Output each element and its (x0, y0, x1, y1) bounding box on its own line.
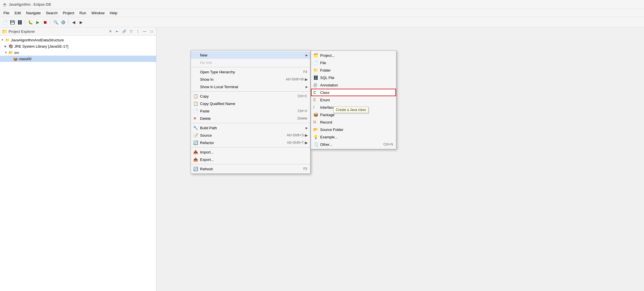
sm-label-interface: Interface (320, 105, 335, 110)
tree-item-src[interactable]: ▼ 📂 src (0, 49, 156, 56)
cm-label-paste: Paste (200, 109, 209, 113)
annotation-new-icon: @ (313, 83, 317, 87)
cm-item-delete[interactable]: ✕ Delete Delete (191, 115, 310, 122)
sidebar-collapse-btn[interactable]: ⇤ (114, 29, 120, 34)
tb-run[interactable]: ▶ (34, 19, 41, 26)
cm-shortcut-refresh: F5 (298, 167, 307, 171)
import-icon: 📥 (193, 150, 198, 154)
cm-item-copyqn[interactable]: 📋 Copy Qualified Name (191, 100, 310, 107)
menu-run[interactable]: Run (77, 10, 88, 16)
cm-item-export[interactable]: 📤 Export... (191, 156, 310, 163)
tb-save-all[interactable]: 🗄️ (16, 19, 23, 26)
src-icon: 📂 (9, 50, 13, 55)
sm-label-example: Example... (320, 135, 338, 139)
sidebar-menu-btn[interactable]: ⋮ (135, 29, 141, 34)
sm-item-file[interactable]: 📄 File (311, 59, 396, 66)
sm-item-folder[interactable]: 📁 Folder (311, 66, 396, 74)
sm-item-record[interactable]: R Record (311, 118, 396, 126)
tree-item-class00[interactable]: 📦 class00 (0, 56, 156, 62)
sm-label-project: Project... (320, 53, 335, 58)
tb-debug[interactable]: 🐛 (27, 19, 34, 26)
sidebar-close-btn[interactable]: ✕ (108, 29, 113, 34)
sm-item-annotation[interactable]: @ Annotation (311, 81, 396, 89)
tb-search[interactable]: 🔍 (52, 19, 59, 26)
cm-sep-5 (191, 164, 310, 164)
file-new-icon: 📄 (313, 60, 318, 65)
tb-forward[interactable]: ▶ (77, 19, 85, 26)
sm-label-sourcefolder: Source Folder (320, 128, 344, 132)
tree-toggle-jre: ▶ (5, 45, 9, 48)
cm-item-refactor[interactable]: 🔄 Refactor Alt+Shift+T ▶ (191, 139, 310, 146)
cm-item-paste[interactable]: 📄 Paste Ctrl+V (191, 107, 310, 115)
tree-item-jre[interactable]: ▶ 📚 JRE System Library [JavaSE-17] (0, 43, 156, 49)
cm-item-showin[interactable]: Show In Alt+Shift+W ▶ (191, 76, 310, 83)
export-icon: 📤 (193, 157, 198, 162)
menu-help[interactable]: Help (107, 10, 120, 16)
cm-sep-3 (191, 123, 310, 123)
sidebar-header: 📁 Project Explorer ✕ ⇤ 🔗 ▽ ⋮ — □ (0, 27, 156, 36)
tree-toggle-project: ▼ (1, 39, 5, 41)
cm-item-refresh[interactable]: 🔃 Refresh F5 (191, 165, 310, 173)
menu-file[interactable]: File (1, 10, 12, 16)
sm-label-annotation: Annotation (320, 83, 338, 87)
tb-save[interactable]: 💾 (9, 19, 16, 26)
sidebar-filter-btn[interactable]: ▽ (128, 29, 134, 34)
sm-item-class[interactable]: C Class (311, 89, 396, 96)
tree-toggle-src: ▼ (5, 51, 9, 54)
sidebar-minimize-btn[interactable]: — (142, 29, 148, 34)
sidebar-maximize-btn[interactable]: □ (149, 29, 154, 34)
tree-label-project: JavaAlgorithmAndDataStructure (11, 38, 64, 42)
cm-shortcut-paste: Ctrl+V (292, 109, 307, 113)
class-new-icon: C (313, 90, 316, 95)
cm-item-import[interactable]: 📥 Import... (191, 148, 310, 156)
sm-item-other[interactable]: 🗒️ Other... Ctrl+N (311, 141, 396, 148)
sm-item-enum[interactable]: E Enum (311, 96, 396, 104)
context-menu: New Go Into Open Type Hierarchy F4 Show … (191, 50, 310, 174)
sm-label-package: Package (320, 113, 335, 117)
tb-settings[interactable]: ⚙️ (59, 19, 67, 26)
cm-item-new[interactable]: New (191, 51, 310, 59)
cm-label-refresh: Refresh (200, 167, 213, 171)
cm-item-copy[interactable]: 📋 Copy Ctrl+C (191, 92, 310, 100)
menu-navigate[interactable]: Navigate (24, 10, 43, 16)
cm-item-opentype[interactable]: Open Type Hierarchy F4 (191, 68, 310, 76)
interface-new-icon: I (313, 105, 314, 110)
main-area: 📁 Project Explorer ✕ ⇤ 🔗 ▽ ⋮ — □ ▼ 📁 Jav… (0, 27, 644, 291)
tb-stop[interactable]: ⏹ (41, 19, 49, 26)
cm-shortcut-source: Alt+Shift+S ▶ (281, 133, 307, 137)
tree-item-project[interactable]: ▼ 📁 JavaAlgorithmAndDataStructure (0, 37, 156, 43)
window-title: JavaAlgorithm - Eclipse IDE (9, 3, 51, 7)
sidebar-folder-icon: 📁 (2, 29, 7, 34)
menu-edit[interactable]: Edit (12, 10, 23, 16)
cm-item-buildpath[interactable]: 🔧 Build Path (191, 124, 310, 132)
sm-item-example[interactable]: 💡 Example... (311, 133, 396, 141)
menu-window[interactable]: Window (89, 10, 107, 16)
cm-item-showlocal[interactable]: Show in Local Terminal (191, 83, 310, 90)
tb-new[interactable]: 📄 (1, 19, 9, 26)
enum-new-icon: E (313, 98, 316, 102)
sm-item-sourcefolder[interactable]: 📂 Source Folder (311, 126, 396, 133)
package-new-icon: 📦 (313, 112, 318, 117)
copyqn-icon: 📋 (193, 101, 198, 106)
source-icon: 📝 (193, 133, 198, 138)
sm-label-file: File (320, 61, 326, 65)
menu-project[interactable]: Project (60, 10, 76, 16)
copy-icon: 📋 (193, 94, 198, 98)
record-new-icon: R (313, 120, 316, 124)
menu-search[interactable]: Search (44, 10, 60, 16)
sidebar-link-btn[interactable]: 🔗 (121, 29, 127, 34)
sm-item-sql[interactable]: 🗄️ SQL File (311, 74, 396, 81)
cm-item-source[interactable]: 📝 Source Alt+Shift+S ▶ (191, 132, 310, 139)
cm-sep-4 (191, 147, 310, 147)
sm-item-project[interactable]: 🗂️ Project... (311, 52, 396, 59)
refactor-icon: 🔄 (193, 140, 198, 145)
cm-sep-2 (191, 91, 310, 92)
sidebar-title: Project Explorer (9, 29, 106, 34)
cm-shortcut-opentype: F4 (298, 70, 307, 74)
editor-area: New Go Into Open Type Hierarchy F4 Show … (156, 27, 644, 291)
cm-sep-1 (191, 67, 310, 67)
tb-back[interactable]: ◀ (70, 19, 77, 26)
refresh-icon: 🔃 (193, 167, 198, 171)
cm-item-gointo: Go Into (191, 59, 310, 66)
cm-label-buildpath: Build Path (200, 126, 217, 130)
